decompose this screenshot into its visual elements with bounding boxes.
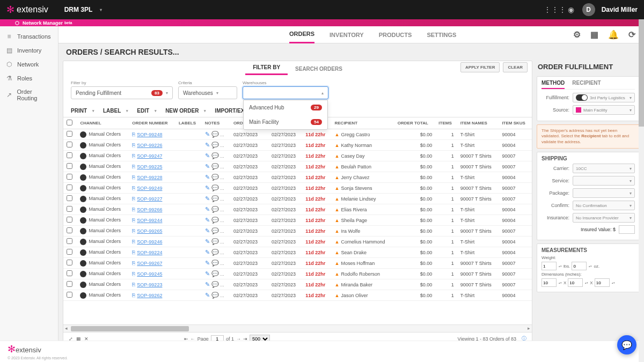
scroll-left-icon[interactable]: ◂ (65, 326, 68, 331)
col-header[interactable]: ORDER TOTAL (394, 117, 435, 129)
avatar[interactable]: D (582, 3, 595, 16)
order-link[interactable]: SOP-99224 (137, 250, 162, 255)
row-checkbox[interactable] (67, 131, 72, 137)
comment-icon[interactable]: 💬 (211, 163, 219, 169)
order-link[interactable]: SOP-99228 (137, 175, 162, 180)
insured-value-input[interactable] (619, 225, 635, 234)
warehouse-option[interactable]: Main Facility54 (244, 115, 327, 129)
col-header[interactable]: ITEM NAMES (457, 117, 499, 129)
weight-lbs-input[interactable] (541, 262, 557, 270)
order-link[interactable]: SOP-99262 (137, 293, 162, 298)
source-select[interactable]: Main Facility▾ (573, 105, 635, 115)
copy-icon[interactable]: ⎘ (132, 239, 135, 245)
sidebar-item[interactable]: ▤Inventory (0, 43, 58, 57)
orders-table-wrap[interactable]: CHANNELORDER NUMBERLABELSNOTESORDER DATE… (63, 117, 532, 324)
table-row[interactable]: Manual Orders ⎘SOP-99249 ✎💬 ... 02/27/20… (63, 183, 532, 194)
pink-banner[interactable]: ⬡ Network Managerbeta (0, 19, 644, 26)
copy-icon[interactable]: ⎘ (132, 142, 135, 148)
row-checkbox[interactable] (67, 217, 72, 223)
copy-icon[interactable]: ⎘ (132, 174, 135, 180)
apply-filter-button[interactable]: APPLY FILTER (460, 62, 500, 72)
edit-icon[interactable]: ✎ (205, 195, 210, 202)
row-checkbox[interactable] (67, 184, 72, 190)
copy-icon[interactable]: ⎘ (132, 282, 135, 287)
spinner-icon[interactable]: ▴▾ (612, 282, 615, 284)
comment-icon[interactable]: 💬 (211, 142, 219, 148)
row-checkbox[interactable] (67, 152, 72, 158)
copy-icon[interactable]: ⎘ (132, 206, 135, 212)
sidebar-item[interactable]: ≡Transactions (0, 29, 58, 43)
tab-products[interactable]: PRODUCTS (379, 26, 412, 43)
apps-icon[interactable]: ⋮⋮⋮ (550, 5, 560, 14)
row-checkbox[interactable] (67, 281, 72, 287)
table-row[interactable]: Manual Orders ⎘SOP-99267 ✎💬 ... 02/27/20… (63, 258, 532, 269)
weight-oz-input[interactable] (572, 262, 587, 270)
col-header[interactable]: RECIPIENT (332, 117, 394, 129)
edit-icon[interactable]: ✎ (205, 163, 210, 169)
filter-by-select[interactable]: Pending Fulfillment 83 ▾ (71, 86, 173, 99)
col-header[interactable]: ORDER NUMBER (129, 117, 175, 129)
table-row[interactable]: Manual Orders ⎘SOP-99223 ✎💬 ... 02/27/20… (63, 279, 532, 290)
copy-icon[interactable]: ⎘ (132, 292, 135, 298)
tab-recipient[interactable]: RECIPIENT (572, 80, 601, 89)
row-checkbox[interactable] (67, 174, 72, 180)
comment-icon[interactable]: 💬 (211, 238, 219, 245)
copy-icon[interactable]: ⎘ (132, 131, 135, 137)
col-header[interactable]: ITEM SKUS (499, 117, 532, 129)
order-link[interactable]: SOP-99266 (137, 207, 162, 212)
insurance-select[interactable]: No Insurance Provider▾ (573, 213, 635, 223)
edit-icon[interactable]: ✎ (205, 174, 210, 180)
copy-icon[interactable]: ⎘ (132, 260, 135, 266)
copy-icon[interactable]: ⎘ (132, 249, 135, 255)
comment-icon[interactable]: 💬 (211, 184, 219, 191)
sidebar-item[interactable]: ⚗Roles (0, 71, 58, 85)
copy-icon[interactable]: ⎘ (132, 185, 135, 191)
vertical-scrollbar[interactable] (639, 19, 644, 362)
col-header[interactable]: NOTES (202, 117, 230, 129)
table-row[interactable]: Manual Orders ⎘SOP-99246 ✎💬 ... 02/27/20… (63, 237, 532, 247)
table-row[interactable]: Manual Orders ⎘SOP-99248 ✎💬 ... 02/27/20… (63, 129, 532, 140)
tab-orders[interactable]: ORDERS (289, 26, 314, 43)
warehouses-select[interactable]: ▴ Advanced Hub29Main Facility54 (243, 86, 328, 99)
row-checkbox[interactable] (67, 227, 72, 233)
edit-icon[interactable]: ✎ (205, 260, 210, 266)
bell-icon[interactable]: 🔔 (608, 29, 619, 40)
col-header[interactable]: ITEMS (435, 117, 457, 129)
horizontal-scrollbar[interactable]: ◂ ▸ (63, 324, 532, 332)
comment-icon[interactable]: 💬 (211, 270, 219, 277)
row-checkbox[interactable] (67, 292, 72, 298)
dim-l-input[interactable] (541, 278, 557, 287)
help-icon[interactable]: ◉ (566, 5, 576, 14)
comment-icon[interactable]: 💬 (211, 131, 219, 137)
col-header[interactable]: LABELS (175, 117, 202, 129)
order-link[interactable]: SOP-99244 (137, 218, 162, 223)
order-link[interactable]: SOP-99226 (137, 143, 162, 148)
comment-icon[interactable]: 💬 (211, 281, 219, 287)
comment-icon[interactable]: 💬 (211, 195, 219, 202)
scroll-thumb[interactable] (71, 326, 189, 331)
table-row[interactable]: Manual Orders ⎘SOP-99244 ✎💬 ... 02/27/20… (63, 215, 532, 226)
comment-icon[interactable]: 💬 (211, 292, 219, 298)
edit-icon[interactable]: ✎ (205, 131, 210, 137)
row-checkbox[interactable] (67, 260, 72, 265)
spinner-icon[interactable]: ▴▾ (589, 265, 592, 268)
table-row[interactable]: Manual Orders ⎘SOP-99227 ✎💬 ... 02/27/20… (63, 194, 532, 204)
comment-icon[interactable]: 💬 (211, 152, 219, 159)
tab-search-orders[interactable]: SEARCH ORDERS (288, 66, 350, 75)
spinner-icon[interactable]: ▴▾ (559, 265, 562, 268)
calendar-icon[interactable]: ▦ (590, 29, 598, 40)
order-link[interactable]: SOP-99225 (137, 164, 162, 169)
row-checkbox[interactable] (67, 238, 72, 244)
toolbar-edit-button[interactable]: EDIT ▾ (137, 108, 157, 114)
row-checkbox[interactable] (67, 142, 72, 147)
edit-icon[interactable]: ✎ (205, 270, 210, 277)
spinner-icon[interactable]: ▴▾ (559, 282, 562, 284)
table-row[interactable]: Manual Orders ⎘SOP-99262 ✎💬 ... 02/27/20… (63, 290, 532, 301)
select-all-checkbox[interactable] (67, 120, 72, 125)
recipient-link[interactable]: Recipient (581, 134, 601, 138)
table-row[interactable]: Manual Orders ⎘SOP-99224 ✎💬 ... 02/27/20… (63, 247, 532, 258)
toolbar-new-order-button[interactable]: NEW ORDER ▾ (165, 108, 206, 114)
comment-icon[interactable]: 💬 (211, 227, 219, 234)
table-row[interactable]: Manual Orders ⎘SOP-99247 ✎💬 ... 02/27/20… (63, 151, 532, 161)
package-select[interactable]: ▾ (573, 188, 635, 198)
